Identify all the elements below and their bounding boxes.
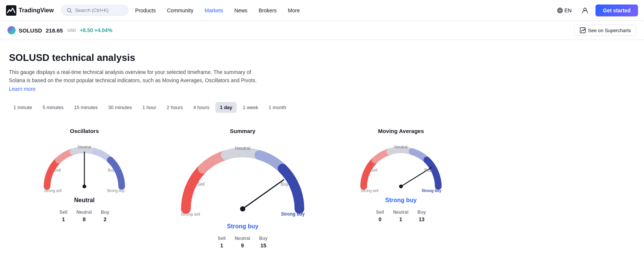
svg-point-23 (399, 185, 403, 188)
summary-buy-stat: Buy 15 (259, 236, 268, 248)
ma-sell-label: Sell (376, 210, 384, 215)
svg-text:Sell: Sell (54, 168, 61, 172)
svg-text:Strong sell: Strong sell (181, 212, 200, 216)
summary-sell-stat: Sell 1 (218, 236, 225, 248)
tab-1mo[interactable]: 1 month (264, 102, 291, 113)
nav-more[interactable]: More (283, 4, 305, 16)
ma-sell-value: 0 (379, 216, 382, 222)
oscillators-svg: Neutral Sell Buy Strong sell Strong buy (40, 142, 129, 194)
get-started-button[interactable]: Get started (595, 4, 638, 16)
svg-text:Buy: Buy (424, 168, 432, 172)
svg-text:Strong sell: Strong sell (361, 189, 378, 193)
svg-point-3 (559, 8, 561, 13)
oscillators-neutral-stat: Neutral 8 (77, 210, 92, 222)
moving-averages-stats: Sell 0 Neutral 1 Buy 13 (376, 210, 426, 222)
brand-name: TradingView (19, 7, 54, 14)
moving-averages-title: Moving Averages (378, 128, 424, 134)
svg-text:Neutral: Neutral (235, 145, 251, 151)
nav-products[interactable]: Products (130, 4, 161, 16)
tab-15min[interactable]: 15 minutes (69, 102, 102, 113)
oscillators-title: Oscillators (70, 128, 99, 134)
svg-text:Buy: Buy (108, 168, 115, 172)
timeframe-tabs: 1 minute 5 minutes 15 minutes 30 minutes… (9, 102, 476, 113)
globe-icon (557, 7, 563, 13)
nav-markets[interactable]: Markets (199, 4, 228, 16)
ticker-change: +8.50 +4.04% (80, 27, 112, 33)
svg-text:Sell: Sell (197, 182, 205, 187)
svg-text:Buy: Buy (281, 182, 289, 187)
lang-label: EN (564, 7, 572, 13)
nav-news[interactable]: News (229, 4, 253, 16)
oscillators-sell-value: 1 (62, 216, 65, 222)
ma-sell-stat: Sell 0 (376, 210, 384, 222)
ma-neutral-value: 1 (399, 216, 402, 222)
svg-text:Neutral: Neutral (78, 145, 91, 149)
ma-buy-stat: Buy 13 (417, 210, 426, 222)
search-placeholder: Search (Ctrl+K) (75, 7, 109, 13)
moving-averages-svg: Neutral Sell Buy Strong sell Strong buy (356, 142, 446, 194)
nav-brokers[interactable]: Brokers (253, 4, 282, 16)
summary-stats: Sell 1 Neutral 9 Buy 15 (218, 236, 267, 248)
summary-neutral-value: 9 (241, 242, 244, 248)
person-icon (581, 7, 589, 14)
ticker-currency: USD (67, 28, 76, 33)
svg-text:Strong buy: Strong buy (281, 211, 305, 217)
moving-averages-gauge: Moving Averages Neut (326, 128, 476, 222)
summary-svg: Neutral Sell Buy Strong sell Strong buy (175, 142, 310, 220)
svg-text:Sell: Sell (371, 168, 377, 172)
search-icon (67, 8, 72, 13)
ma-neutral-label: Neutral (393, 210, 408, 215)
oscillators-sell-stat: Sell 1 (59, 210, 67, 222)
tab-1min[interactable]: 1 minute (9, 102, 37, 113)
oscillators-buy-stat: Buy 2 (101, 210, 109, 222)
oscillators-gauge: Oscillators (9, 128, 160, 222)
page-description: This gauge displays a real-time technica… (9, 68, 263, 93)
search-box[interactable]: Search (Ctrl+K) (61, 5, 128, 16)
svg-point-2 (557, 8, 562, 13)
svg-text:Neutral: Neutral (394, 145, 407, 149)
ticker-name: SOLUSD (19, 27, 42, 34)
page-title: SOLUSD technical analysis (9, 52, 476, 64)
nav-links: Products Community Markets News Brokers … (130, 4, 553, 16)
ticker-price: 218.65 (46, 27, 63, 34)
ma-neutral-stat: Neutral 1 (393, 210, 408, 222)
svg-text:Strong buy: Strong buy (107, 189, 125, 193)
ticker-symbol: SOLUSD (7, 26, 42, 34)
tab-2h[interactable]: 2 hours (162, 102, 187, 113)
supercharts-button[interactable]: See on Supercharts (574, 25, 637, 36)
svg-line-15 (243, 180, 284, 209)
main-content: SOLUSD technical analysis This gauge dis… (0, 40, 485, 263)
ma-buy-label: Buy (417, 210, 426, 215)
tab-30min[interactable]: 30 minutes (104, 102, 137, 113)
summary-neutral-label: Neutral (235, 236, 250, 241)
svg-point-16 (240, 206, 245, 211)
logo-icon (6, 5, 16, 16)
logo[interactable]: TradingView (6, 5, 54, 16)
oscillators-sell-label: Sell (59, 210, 67, 215)
svg-text:Strong sell: Strong sell (44, 189, 62, 193)
ma-buy-value: 13 (419, 216, 425, 222)
oscillators-neutral-value: 8 (83, 216, 85, 222)
language-button[interactable]: EN (554, 5, 575, 16)
sol-icon (7, 26, 16, 34)
nav-community[interactable]: Community (162, 4, 199, 16)
user-icon[interactable] (579, 4, 591, 16)
tab-1d[interactable]: 1 day (215, 102, 237, 113)
gauges-section: Oscillators (9, 128, 476, 248)
oscillators-buy-value: 2 (103, 216, 106, 222)
tab-4h[interactable]: 4 hours (189, 102, 214, 113)
summary-sell-value: 1 (220, 242, 223, 248)
summary-title: Summary (230, 128, 255, 134)
summary-result: Strong buy (227, 223, 258, 230)
learn-more-link[interactable]: Learn more (9, 86, 36, 92)
navbar: TradingView Search (Ctrl+K) Products Com… (0, 0, 644, 21)
tab-1h[interactable]: 1 hour (138, 102, 161, 113)
svg-text:Strong buy: Strong buy (421, 189, 441, 193)
tab-5min[interactable]: 5 minutes (38, 102, 68, 113)
ticker-bar: SOLUSD 218.65 USD +8.50 +4.04% See on Su… (0, 21, 644, 40)
oscillators-buy-label: Buy (101, 210, 109, 215)
oscillators-neutral-label: Neutral (77, 210, 92, 215)
supercharts-icon (580, 27, 586, 33)
tab-1w[interactable]: 1 week (238, 102, 262, 113)
summary-neutral-stat: Neutral 9 (235, 236, 250, 248)
